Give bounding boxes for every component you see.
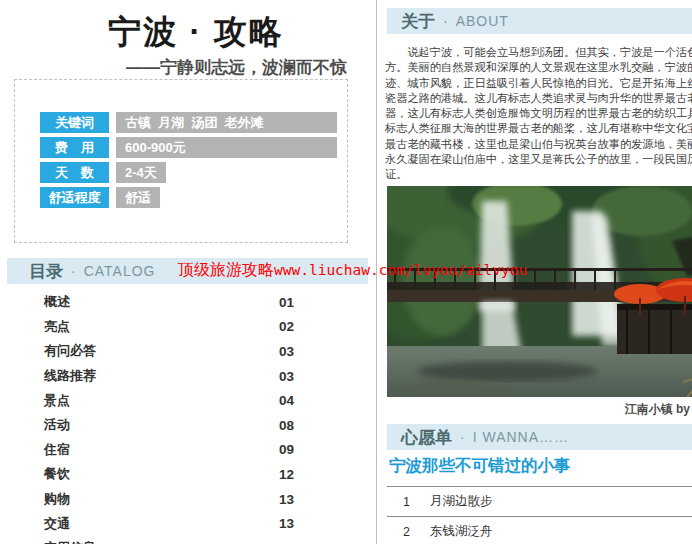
catalog-entry-label: 住宿: [44, 441, 70, 459]
wishlist-item-label: 东钱湖泛舟: [430, 523, 493, 540]
catalog-entry: 概述 01: [44, 290, 294, 315]
paragraph-line: 永久凝固在梁山伯庙中，这里又是蒋氏公子的故里，一段民国历史: [385, 152, 692, 167]
watermark: 顶级旅游攻略www.liuchaw.com/lvyou/ailvyou: [178, 260, 527, 281]
catalog-entry: 有问必答 03: [44, 339, 294, 364]
paragraph-line: 最古老的藏书楼，这里也是梁山伯与祝英台故事的发源地，美丽的: [385, 137, 692, 152]
catalog-title-en: CATALOG: [84, 263, 156, 279]
catalog-entry: 线路推荐 03: [44, 364, 294, 389]
catalog-entry-page: 03: [279, 344, 294, 359]
info-label: 关键词: [40, 112, 109, 133]
about-paragraph: 说起宁波，可能会立马想到汤团。但其实，宁波是一个活色生 方。美丽的自然景观和深厚…: [385, 45, 692, 183]
info-value: 600-900元: [116, 137, 337, 158]
info-value: 2-4天: [116, 162, 166, 183]
catalog-entry: 购物 13: [44, 487, 294, 512]
catalog-entry-label: 亮点: [44, 318, 70, 336]
catalog-entry: 景点 04: [44, 388, 294, 413]
catalog-entry: 实用信息 14: [44, 536, 294, 544]
wishlist-title-en: I WANNA……: [473, 429, 569, 445]
table-row: 天 数 2-4天: [40, 162, 337, 183]
catalog-entry: 住宿 09: [44, 438, 294, 463]
catalog-entry-page: 08: [279, 418, 294, 433]
catalog-entry-label: 有问必答: [44, 342, 96, 360]
catalog-entry: 交通 13: [44, 511, 294, 536]
table-row: 费 用 600-900元: [40, 137, 337, 158]
table-row: 关键词 古镇 月湖 汤团 老外滩: [40, 112, 337, 133]
paragraph-line: 标志人类征服大海的世界最古老的船桨，这儿有堪称中华文化宝库: [385, 121, 692, 136]
page-subtitle: ——宁静则志远，波澜而不惊: [14, 56, 347, 79]
catalog-entry: 亮点 02: [44, 315, 294, 340]
info-table: 关键词 古镇 月湖 汤团 老外滩 费 用 600-900元 天 数 2-4天 舒…: [40, 112, 337, 212]
catalog-entry-label: 概述: [44, 293, 70, 311]
paragraph-line: 说起宁波，可能会立马想到汤团。但其实，宁波是一个活色生: [385, 45, 692, 60]
watermark-text: 顶级旅游攻略: [178, 260, 274, 279]
catalog-entry-page: 09: [279, 442, 294, 457]
catalog-title-zh: 目录: [29, 260, 63, 283]
photo-caption: 江南小镇 by: [387, 401, 690, 418]
wishlist-item-number: 1: [403, 495, 430, 509]
catalog-entry-label: 餐饮: [44, 465, 70, 483]
info-value: 古镇 月湖 汤团 老外滩: [116, 112, 337, 133]
paragraph-line: 证。: [385, 167, 692, 182]
wishlist-item-number: 2: [403, 525, 430, 539]
wishlist: 1 月湖边散步 2 东钱湖泛舟: [387, 487, 692, 544]
about-section-header: 关于 · ABOUT: [387, 8, 692, 34]
catalog-entry: 餐饮 12: [44, 462, 294, 487]
catalog-entry-page: 13: [279, 516, 294, 531]
catalog-entry-label: 实用信息: [44, 539, 96, 544]
catalog-entry-label: 购物: [44, 490, 70, 508]
scenic-photo: [387, 186, 692, 397]
catalog-entry-label: 活动: [44, 416, 70, 434]
wishlist-title-zh: 心愿单: [401, 426, 452, 449]
paragraph-line: 瓷器之路的港城。这儿有标志人类追求灵与肉升华的世界最古老的: [385, 91, 692, 106]
catalog-entry-label: 线路推荐: [44, 367, 96, 385]
catalog-entry-page: 12: [279, 467, 294, 482]
table-row: 舒适程度 舒适: [40, 187, 337, 208]
separator-dot: ·: [71, 263, 76, 279]
separator-dot: ·: [443, 13, 448, 29]
page-title: 宁波 · 攻略: [14, 10, 348, 55]
wishlist-subtitle: 宁波那些不可错过的小事: [389, 455, 692, 477]
catalog-entry-label: 交通: [44, 515, 70, 533]
wishlist-item-label: 月湖边散步: [430, 493, 493, 510]
wishlist-item: 2 东钱湖泛舟: [387, 517, 692, 544]
catalog-entry-page: 03: [279, 369, 294, 384]
separator-dot: ·: [460, 429, 465, 445]
wishlist-item: 1 月湖边散步: [387, 487, 692, 517]
about-title-zh: 关于: [401, 10, 435, 33]
catalog-entry-page: 02: [279, 319, 294, 334]
catalog-entry-page: 13: [279, 492, 294, 507]
info-label: 天 数: [40, 162, 109, 183]
paragraph-line: 迹、城市风貌，正日益吸引着人民惊艳的目光。它是开拓海上丝绸: [385, 76, 692, 91]
info-label: 费 用: [40, 137, 109, 158]
watermark-url: www.liuchaw.com/lvyou/ailvyou: [274, 262, 527, 278]
catalog-entry: 活动 08: [44, 413, 294, 438]
paragraph-line: 方。美丽的自然景观和深厚的人文景观在这里水乳交融，宁波的古: [385, 60, 692, 75]
catalog-list: 概述 01 亮点 02 有问必答 03 线路推荐 03 景点 04 活动 08 …: [44, 290, 294, 544]
info-value: 舒适: [116, 187, 160, 208]
wishlist-section-header: 心愿单 · I WANNA……: [387, 424, 692, 450]
catalog-entry-page: 01: [279, 295, 294, 310]
catalog-entry-page: 04: [279, 393, 294, 408]
paragraph-line: 器，这儿有标志人类创造服饰文明历程的世界最古老的纺织工具，: [385, 106, 692, 121]
about-title-en: ABOUT: [456, 13, 509, 29]
info-label: 舒适程度: [40, 187, 109, 208]
catalog-entry-label: 景点: [44, 392, 70, 410]
